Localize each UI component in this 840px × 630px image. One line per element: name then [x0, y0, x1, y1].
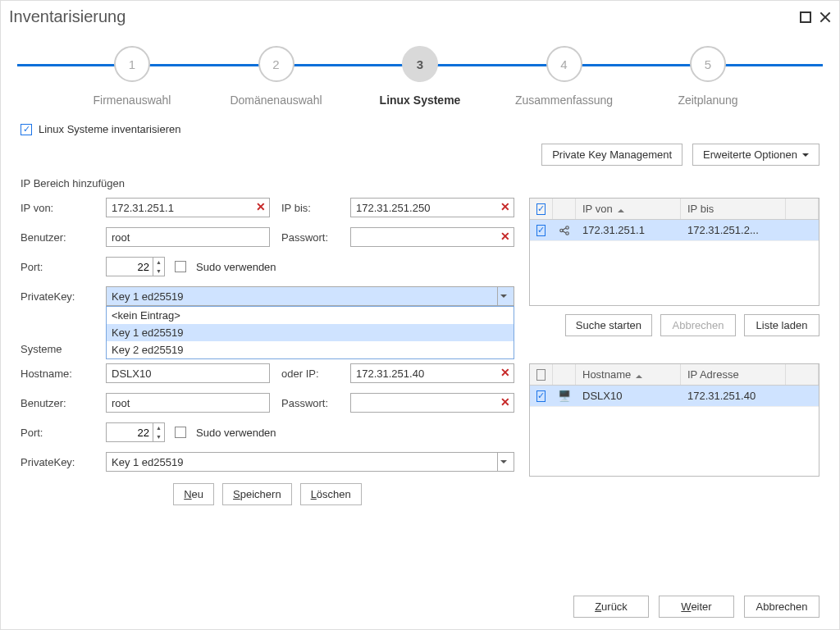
ip-range-port-stepper[interactable]: ▲▼ — [106, 257, 165, 276]
or-ip-input[interactable] — [350, 363, 514, 383]
systems-privatekey-label: PrivateKey: — [21, 456, 94, 468]
ip-range-password-input[interactable] — [350, 227, 514, 247]
extended-options-button[interactable]: Erweiterte Optionen — [692, 144, 819, 166]
step-4[interactable]: 4 Zusammenfassung — [515, 46, 614, 107]
clear-icon[interactable]: ✕ — [498, 395, 513, 409]
hostname-input[interactable] — [106, 363, 270, 383]
ip-range-grid-header-ipfrom[interactable]: IP von — [576, 199, 681, 219]
save-button[interactable]: Speichern — [222, 483, 292, 505]
table-row[interactable]: ✓ 🖥️ DSLX10 172.31.251.40 — [530, 386, 819, 407]
step-1[interactable]: 1 Firmenauswahl — [83, 46, 181, 107]
titlebar: Inventarisierung — [1, 1, 839, 30]
svg-point-1 — [565, 226, 568, 229]
ip-range-grid-select-all-checkbox[interactable]: ✓ — [536, 203, 546, 215]
systems-grid-header-hostname[interactable]: Hostname — [576, 364, 681, 385]
user-label: Benutzer: — [21, 231, 94, 244]
chevron-down-icon[interactable] — [497, 453, 509, 471]
privatekey-option[interactable]: Key 2 ed25519 — [107, 341, 514, 358]
privatekey-selected-value: Key 1 ed25519 — [112, 290, 183, 303]
ip-to-label: IP bis: — [281, 202, 339, 214]
search-start-button[interactable]: Suche starten — [565, 314, 652, 336]
window-title: Inventarisierung — [9, 7, 126, 26]
search-cancel-button: Abbrechen — [660, 314, 736, 336]
back-button[interactable]: Zurück — [573, 596, 649, 618]
cell-hostname: DSLX10 — [576, 386, 681, 406]
svg-line-3 — [562, 228, 565, 230]
ip-range-grid: ✓ IP von IP bis ✓ 172.31.251.1 172.31.25… — [529, 198, 819, 306]
row-checkbox[interactable]: ✓ — [536, 225, 546, 236]
systems-port-stepper[interactable]: ▲▼ — [106, 422, 165, 442]
caret-down-icon[interactable]: ▼ — [153, 267, 164, 276]
ip-range-sudo-checkbox[interactable]: ✓ — [175, 261, 186, 272]
systems-sudo-label: Sudo verwenden — [196, 427, 276, 439]
systems-user-label: Benutzer: — [21, 397, 94, 409]
private-key-management-button[interactable]: Private Key Management — [541, 144, 682, 166]
ip-range-section-label: IP Bereich hinzufügen — [21, 177, 819, 189]
step-5[interactable]: 5 Zeitplanung — [659, 46, 757, 107]
ip-range-privatekey-select[interactable]: Key 1 ed25519 <kein Eintrag> Key 1 ed255… — [106, 286, 514, 306]
sort-asc-icon — [618, 206, 624, 212]
port-label: Port: — [21, 261, 94, 273]
clear-icon[interactable]: ✕ — [498, 199, 513, 214]
load-list-button[interactable]: Liste laden — [744, 314, 819, 336]
privatekey-option[interactable]: Key 1 ed25519 — [107, 324, 514, 341]
wizard-stepper: 1 Firmenauswahl 2 Domänenauswahl 3 Linux… — [17, 36, 823, 110]
chevron-down-icon[interactable] — [497, 287, 509, 305]
ip-range-port-input[interactable] — [107, 258, 153, 276]
caret-down-icon[interactable]: ▼ — [153, 432, 164, 441]
table-row[interactable]: ✓ 172.31.251.1 172.31.251.2... — [530, 220, 819, 241]
ip-to-input[interactable] — [350, 198, 514, 217]
systems-grid: ✓ Hostname IP Adresse ✓ 🖥️ DSLX10 172.31… — [529, 363, 819, 477]
systems-port-label: Port: — [21, 427, 94, 439]
ip-range-user-input[interactable] — [106, 227, 270, 247]
privatekey-option[interactable]: <kein Eintrag> — [107, 307, 514, 324]
computer-icon: 🖥️ — [558, 390, 571, 402]
row-checkbox[interactable]: ✓ — [536, 390, 546, 402]
inventory-linux-label: Linux Systeme inventarisieren — [39, 123, 180, 135]
step-2[interactable]: 2 Domänenauswahl — [227, 46, 326, 107]
privatekey-dropdown: <kein Eintrag> Key 1 ed25519 Key 2 ed255… — [106, 306, 514, 359]
cell-ip: 172.31.251.40 — [681, 386, 786, 406]
systems-password-input[interactable] — [350, 393, 514, 413]
systems-privatekey-selected-value: Key 1 ed25519 — [112, 456, 183, 468]
or-ip-label: oder IP: — [281, 368, 339, 380]
systems-sudo-checkbox[interactable]: ✓ — [175, 427, 186, 438]
clear-icon[interactable]: ✕ — [498, 365, 513, 380]
step-3[interactable]: 3 Linux Systeme — [371, 46, 469, 107]
clear-icon[interactable]: ✕ — [498, 229, 513, 244]
cancel-button[interactable]: Abbrechen — [744, 596, 819, 618]
systems-password-label: Passwort: — [281, 397, 339, 409]
password-label: Passwort: — [281, 231, 339, 244]
systems-grid-header-ip[interactable]: IP Adresse — [681, 364, 786, 385]
new-button[interactable]: Neu — [173, 483, 214, 505]
ip-from-input-wrap: ✕ — [106, 198, 270, 217]
cell-ipto: 172.31.251.2... — [681, 220, 786, 240]
delete-button[interactable]: Löschen — [300, 483, 362, 505]
ip-range-grid-header-ipto[interactable]: IP bis — [681, 199, 786, 219]
cell-ipfrom: 172.31.251.1 — [576, 220, 681, 240]
systems-privatekey-select[interactable]: Key 1 ed25519 — [106, 452, 514, 472]
ip-from-label: IP von: — [21, 202, 94, 214]
privatekey-label: PrivateKey: — [21, 290, 94, 303]
clear-icon[interactable]: ✕ — [253, 199, 268, 214]
ip-from-input[interactable] — [106, 198, 270, 217]
svg-point-2 — [565, 231, 568, 235]
close-icon[interactable] — [819, 11, 831, 23]
systems-port-input[interactable] — [107, 423, 153, 441]
svg-line-4 — [562, 231, 565, 232]
next-button[interactable]: Weiter — [659, 596, 734, 618]
caret-up-icon[interactable]: ▲ — [153, 423, 164, 432]
maximize-icon[interactable] — [800, 11, 811, 23]
wizard-window: Inventarisierung 1 Firmenauswahl 2 Domän… — [0, 0, 840, 630]
inventory-linux-checkbox[interactable]: ✓ — [21, 124, 32, 135]
hostname-label: Hostname: — [21, 368, 94, 380]
caret-up-icon[interactable]: ▲ — [153, 258, 164, 267]
ip-range-sudo-label: Sudo verwenden — [196, 261, 276, 273]
share-icon — [559, 225, 570, 236]
systems-user-input[interactable] — [106, 393, 270, 413]
sort-asc-icon — [636, 372, 642, 378]
systems-grid-select-all-checkbox[interactable]: ✓ — [536, 369, 546, 381]
